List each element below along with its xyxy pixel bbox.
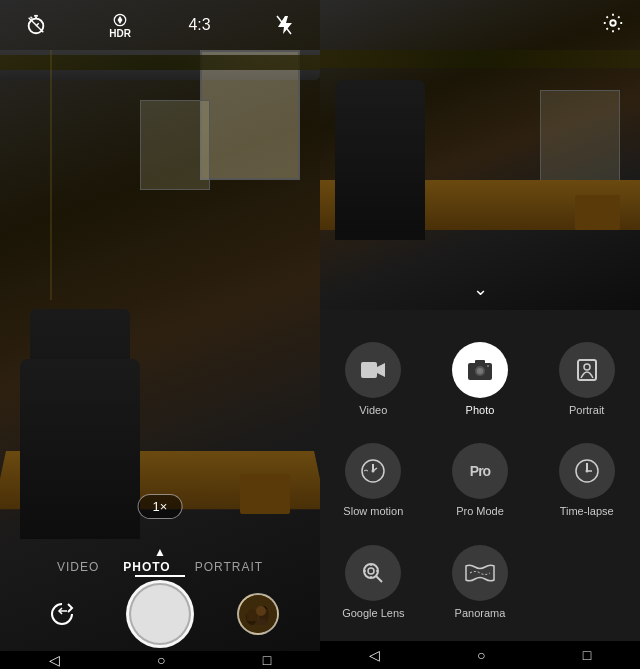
svg-point-18 xyxy=(477,368,483,374)
nav-home-right[interactable]: ○ xyxy=(477,647,485,663)
mode-chevron-up: ▲ xyxy=(154,545,166,559)
portrait-mode-label: Portrait xyxy=(569,404,604,416)
mode-cell-video[interactable]: Video xyxy=(320,328,427,430)
chevron-down-icon[interactable]: ⌄ xyxy=(473,278,488,300)
svg-line-4 xyxy=(31,17,33,19)
mode-cell-promode[interactable]: Pro Pro Mode xyxy=(427,430,534,532)
top-controls-left: HDR 4:3 xyxy=(0,0,320,50)
svg-point-29 xyxy=(368,568,374,574)
svg-point-14 xyxy=(610,20,616,26)
shutter-button[interactable] xyxy=(126,580,194,648)
mode-portrait[interactable]: PORTRAIT xyxy=(195,560,263,574)
gallery-thumbnail[interactable] xyxy=(237,593,279,635)
svg-point-13 xyxy=(256,606,266,616)
svg-point-20 xyxy=(487,365,489,367)
hdr-label: HDR xyxy=(109,29,131,39)
photo-icon-circle xyxy=(452,342,508,398)
r-scene-pipe xyxy=(320,50,640,68)
ratio-indicator[interactable]: 4:3 xyxy=(188,16,210,34)
mode-cell-slowmotion[interactable]: Slow motion xyxy=(320,430,427,532)
right-panel: ⌄ Video xyxy=(320,0,640,669)
scene-window2 xyxy=(140,100,210,190)
shutter-inner xyxy=(131,585,189,643)
scene-box xyxy=(240,474,290,514)
nav-recent-left[interactable]: □ xyxy=(263,652,271,668)
nav-home-left[interactable]: ○ xyxy=(157,652,165,668)
slowmotion-mode-label: Slow motion xyxy=(343,505,403,517)
promode-mode-label: Pro Mode xyxy=(456,505,504,517)
r-scene-chair xyxy=(335,80,425,240)
mode-selector: VIDEO PHOTO PORTRAIT xyxy=(0,560,320,574)
bottom-controls-left xyxy=(0,579,320,649)
pro-text: Pro xyxy=(470,463,490,479)
svg-point-22 xyxy=(584,364,590,370)
svg-line-28 xyxy=(376,576,382,582)
nav-back-right[interactable]: ◁ xyxy=(369,647,380,663)
zoom-indicator[interactable]: 1× xyxy=(138,494,183,519)
svg-point-27 xyxy=(364,564,378,578)
promode-icon-circle: Pro xyxy=(452,443,508,499)
left-camera-panel: HDR 4:3 1× ▲ VIDEO PHOTO PORTRAIT xyxy=(0,0,320,669)
nav-back-left[interactable]: ◁ xyxy=(49,652,60,668)
scene-line xyxy=(50,50,52,300)
timelapse-icon-circle xyxy=(559,443,615,499)
hdr-control[interactable]: HDR xyxy=(109,11,131,39)
googlelens-icon-circle xyxy=(345,545,401,601)
mode-photo[interactable]: PHOTO xyxy=(123,560,170,574)
photo-mode-label: Photo xyxy=(466,404,495,416)
nav-bar-left: ◁ ○ □ xyxy=(0,651,320,669)
scene-detail xyxy=(0,55,320,70)
googlelens-mode-label: Google Lens xyxy=(342,607,404,619)
settings-icon[interactable] xyxy=(602,12,624,38)
mode-cell-portrait[interactable]: Portrait xyxy=(533,328,640,430)
scene-chair-body xyxy=(20,359,140,539)
camera-preview-right: ⌄ xyxy=(320,0,640,310)
mode-cell-photo[interactable]: Photo xyxy=(427,328,534,430)
mode-cell-googlelens[interactable]: Google Lens xyxy=(320,531,427,633)
mode-active-underline xyxy=(135,575,185,577)
panorama-icon-circle xyxy=(452,545,508,601)
timer-icon[interactable] xyxy=(20,9,52,41)
nav-bar-right: ◁ ○ □ xyxy=(320,641,640,669)
mode-cell-empty xyxy=(533,531,640,633)
mode-cell-panorama[interactable]: Panorama xyxy=(427,531,534,633)
mode-cell-timelapse[interactable]: Time-lapse xyxy=(533,430,640,532)
nav-recent-right[interactable]: □ xyxy=(583,647,591,663)
svg-rect-15 xyxy=(361,362,377,378)
video-mode-label: Video xyxy=(359,404,387,416)
svg-point-26 xyxy=(585,470,588,473)
flip-camera-button[interactable] xyxy=(41,593,83,635)
mode-video[interactable]: VIDEO xyxy=(57,560,99,574)
timelapse-mode-label: Time-lapse xyxy=(560,505,614,517)
top-controls-right xyxy=(320,0,640,50)
panorama-mode-label: Panorama xyxy=(455,607,506,619)
svg-rect-19 xyxy=(475,360,485,364)
portrait-icon-circle xyxy=(559,342,615,398)
modes-grid: Video Photo xyxy=(320,320,640,641)
flash-icon[interactable] xyxy=(268,9,300,41)
video-icon-circle xyxy=(345,342,401,398)
modes-panel: Video Photo xyxy=(320,310,640,641)
svg-point-24 xyxy=(372,470,375,473)
slowmotion-icon-circle xyxy=(345,443,401,499)
r-scene-box xyxy=(575,195,620,230)
